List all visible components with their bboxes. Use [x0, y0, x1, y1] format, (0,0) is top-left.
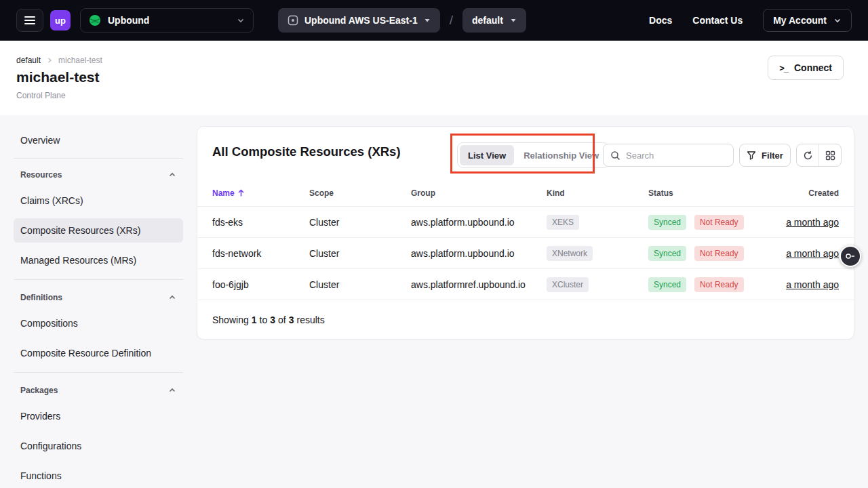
chevron-up-icon: [168, 293, 176, 302]
top-nav-links: Docs Contact Us My Account: [649, 9, 852, 32]
not-ready-badge: Not Ready: [694, 246, 744, 261]
search-input[interactable]: [626, 150, 726, 161]
cell-group: aws.platformref.upbound.io: [411, 279, 547, 290]
cell-group: aws.platform.upbound.io: [411, 248, 547, 259]
sidebar-item-composite-resources[interactable]: Composite Resources (XRs): [14, 218, 183, 243]
table-row[interactable]: fds-eks Cluster aws.platform.upbound.io …: [197, 207, 854, 238]
extensions-button[interactable]: [818, 144, 841, 166]
table-row[interactable]: foo-6jgjb Cluster aws.platformref.upboun…: [197, 269, 854, 300]
widget-icon: [845, 251, 856, 262]
sidebar-item-label: Overview: [20, 135, 60, 146]
sidebar-item-functions[interactable]: Functions: [14, 464, 183, 488]
not-ready-badge: Not Ready: [694, 277, 744, 292]
summary-to: 3: [270, 314, 275, 325]
my-account-button[interactable]: My Account: [763, 9, 852, 32]
connect-button[interactable]: >_ Connect: [768, 56, 844, 80]
divider: [14, 372, 183, 373]
cell-kind: XEKS: [547, 215, 648, 230]
sidebar-section-resources[interactable]: Resources: [14, 165, 183, 184]
sidebar-section-definitions[interactable]: Definitions: [14, 288, 183, 307]
search-icon: [610, 150, 620, 161]
cell-name: fds-network: [212, 248, 309, 259]
synced-badge: Synced: [648, 277, 686, 292]
sidebar-item-label: Compositions: [20, 318, 78, 329]
created-link[interactable]: a month ago: [786, 279, 839, 290]
sidebar-item-label: Providers: [20, 411, 60, 422]
kind-badge: XCluster: [547, 277, 589, 292]
sidebar-item-label: Configurations: [20, 441, 81, 451]
docs-link[interactable]: Docs: [649, 15, 672, 26]
cell-name: fds-eks: [212, 217, 309, 228]
divider: [14, 158, 183, 159]
refresh-icon: [803, 150, 813, 161]
cell-kind: XNetwork: [547, 246, 648, 261]
column-header-name[interactable]: Name: [212, 188, 309, 198]
column-header-created[interactable]: Created: [759, 188, 839, 198]
relationship-view-label: Relationship View: [524, 150, 599, 161]
cell-scope: Cluster: [309, 217, 411, 228]
group-dropdown[interactable]: default: [462, 8, 526, 33]
search-box: [603, 144, 734, 167]
caret-down-icon: [424, 17, 431, 24]
summary-text: results: [296, 314, 324, 325]
chevron-up-icon: [168, 386, 176, 394]
sidebar-item-label: Claims (XRCs): [20, 195, 83, 206]
filter-label: Filter: [762, 150, 783, 161]
cell-status: Synced Not Ready: [648, 277, 759, 292]
sidebar-section-label: Packages: [20, 386, 58, 395]
terminal-icon: >_: [779, 63, 788, 73]
sidebar-item-label: Functions: [20, 470, 62, 481]
cell-kind: XCluster: [547, 277, 648, 292]
control-plane-dropdown-label: Upbound AWS US-East-1: [304, 15, 418, 26]
extensions-icon: [825, 150, 835, 161]
path-separator: /: [450, 13, 453, 28]
synced-badge: Synced: [648, 215, 686, 230]
summary-from: 1: [252, 314, 257, 325]
group-dropdown-label: default: [472, 15, 503, 26]
sidebar-section-label: Resources: [20, 170, 62, 180]
cell-status: Synced Not Ready: [648, 246, 759, 261]
column-header-kind[interactable]: Kind: [547, 188, 648, 198]
not-ready-badge: Not Ready: [694, 215, 744, 230]
sidebar-item-label: Composite Resources (XRs): [20, 225, 140, 236]
list-view-label: List View: [468, 150, 506, 161]
sidebar-item-claims[interactable]: Claims (XRCs): [14, 188, 183, 213]
sidebar-item-label: Managed Resources (MRs): [20, 255, 136, 266]
table-header-row: Name Scope Group Kind Status Created: [197, 180, 854, 207]
cell-created: a month ago: [759, 248, 839, 259]
control-plane-dropdown[interactable]: Upbound AWS US-East-1: [278, 8, 440, 33]
sidebar: Overview Resources Claims (XRCs) Composi…: [14, 0, 183, 488]
sidebar-item-compositions[interactable]: Compositions: [14, 311, 183, 336]
table-actions: [796, 144, 842, 167]
kind-badge: XEKS: [547, 215, 579, 230]
refresh-button[interactable]: [797, 144, 818, 166]
synced-badge: Synced: [648, 246, 686, 261]
chevron-up-icon: [168, 171, 176, 179]
list-view-button[interactable]: List View: [460, 145, 514, 165]
cell-status: Synced Not Ready: [648, 215, 759, 230]
sidebar-section-packages[interactable]: Packages: [14, 381, 183, 400]
chevron-down-icon: [237, 16, 245, 24]
column-header-status[interactable]: Status: [648, 188, 759, 198]
results-summary: Showing 1 to 3 of 3 results: [197, 300, 854, 340]
sidebar-item-overview[interactable]: Overview: [14, 129, 183, 152]
contact-us-link[interactable]: Contact Us: [692, 15, 743, 26]
created-link[interactable]: a month ago: [786, 217, 839, 228]
cell-created: a month ago: [759, 217, 839, 228]
relationship-view-button[interactable]: Relationship View: [515, 145, 607, 165]
sidebar-item-configurations[interactable]: Configurations: [14, 434, 183, 458]
table-row[interactable]: fds-network Cluster aws.platform.upbound…: [197, 238, 854, 269]
filter-button[interactable]: Filter: [739, 144, 791, 167]
card-title: All Composite Resources (XRs): [212, 144, 401, 159]
column-header-scope[interactable]: Scope: [309, 188, 411, 198]
sidebar-item-composite-resource-definition[interactable]: Composite Resource Definition: [14, 341, 183, 365]
floating-widget-button[interactable]: [840, 245, 861, 267]
column-header-group[interactable]: Group: [411, 188, 547, 198]
sidebar-item-providers[interactable]: Providers: [14, 404, 183, 428]
created-link[interactable]: a month ago: [786, 248, 839, 259]
column-label: Name: [212, 188, 235, 198]
composite-resources-card: All Composite Resources (XRs) List View …: [197, 126, 854, 340]
sidebar-item-managed-resources[interactable]: Managed Resources (MRs): [14, 248, 183, 272]
caret-down-icon: [510, 17, 517, 24]
summary-text: of: [278, 314, 286, 325]
